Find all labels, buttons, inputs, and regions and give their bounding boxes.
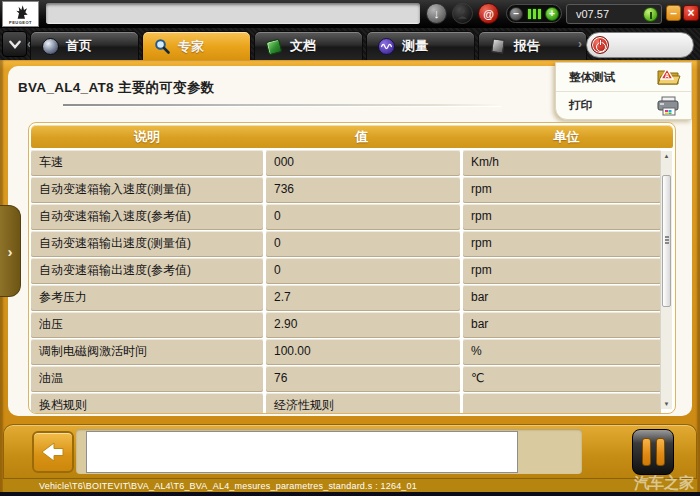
cell-unit: bar — [463, 285, 661, 311]
table-header-row: 说明 值 单位 — [31, 125, 673, 148]
command-bar — [3, 424, 697, 478]
header-unit: 单位 — [460, 125, 673, 148]
table-body: 车速000Km/h自动变速箱输入速度(测量值)736rpm自动变速箱输入速度(参… — [31, 150, 661, 413]
global-test-label: 整体测试 — [569, 70, 615, 85]
topbar-display-panel — [46, 3, 420, 24]
status-bar: Vehicle\T6\BOITEVIT\BVA_AL4\T6_BVA_AL4_m… — [3, 478, 697, 492]
tab-strip: 首页 专家 文档 — [30, 31, 587, 61]
scroll-down-arrow-icon[interactable]: ▼ — [661, 399, 672, 409]
pause-bar — [656, 438, 665, 466]
volume-down-button[interactable]: – — [509, 7, 523, 21]
volume-level-bars — [523, 9, 545, 19]
print-button[interactable]: 打印 — [556, 91, 691, 119]
printer-icon — [655, 96, 681, 116]
chevron-right-icon: › — [8, 243, 13, 260]
cell-description: 自动变速箱输入速度(测量值) — [31, 177, 263, 203]
table-row[interactable]: 调制电磁阀激活时间100.00% — [31, 339, 661, 365]
global-test-button[interactable]: 整体测试 A — [556, 63, 691, 91]
close-glyph: × — [687, 7, 694, 19]
svg-text:A: A — [665, 71, 670, 78]
tab-label: 首页 — [66, 37, 92, 55]
cell-value: 0 — [266, 231, 460, 257]
volume-control[interactable]: – + — [506, 4, 562, 23]
cell-value: 000 — [266, 150, 460, 176]
table-row[interactable]: 油压2.90bar — [31, 312, 661, 338]
download-icon[interactable]: ↓ — [426, 3, 447, 24]
cell-value: 100.00 — [266, 339, 460, 365]
tab-home[interactable]: 首页 — [30, 31, 139, 60]
tab-documents[interactable]: 文档 — [254, 31, 363, 60]
cell-description: 参考压力 — [31, 285, 263, 311]
cell-value: 76 — [266, 366, 460, 392]
chevron-down-icon — [8, 38, 22, 50]
cell-description: 油压 — [31, 312, 263, 338]
cell-unit: rpm — [463, 258, 661, 284]
cell-description: 换档规则 — [31, 393, 263, 413]
content-panel: BVA_AL4_AT8 主要的可变参数 整体测试 A 打印 — [8, 66, 692, 416]
tab-label: 文档 — [290, 37, 316, 55]
at-glyph: @ — [483, 8, 494, 20]
cell-description: 自动变速箱输出速度(参考值) — [31, 258, 263, 284]
table-row[interactable]: 参考压力2.7bar — [31, 285, 661, 311]
home-icon — [42, 38, 59, 55]
scroll-up-arrow-icon[interactable]: ▲ — [661, 151, 672, 161]
table-scrollbar[interactable]: ▲ ▼ — [660, 151, 672, 409]
cell-value: 2.7 — [266, 285, 460, 311]
close-button[interactable]: × — [683, 5, 699, 21]
table-row[interactable]: 换档规则经济性规则 — [31, 393, 661, 413]
down-arrow-glyph: ↓ — [433, 6, 440, 21]
table-row[interactable]: 自动变速箱输出速度(测量值)0rpm — [31, 231, 661, 257]
bottom-edge — [0, 492, 700, 496]
cell-unit: ℃ — [463, 366, 661, 392]
cell-value: 0 — [266, 204, 460, 230]
table-row[interactable]: 油温76℃ — [31, 366, 661, 392]
header-value: 值 — [263, 125, 460, 148]
tab-label: 报告 — [514, 37, 540, 55]
cell-description: 调制电磁阀激活时间 — [31, 339, 263, 365]
scrollbar-thumb[interactable] — [662, 175, 671, 307]
nav-collapse-button[interactable] — [2, 31, 27, 57]
main-nav-bar: ‹ 首页 专家 文档 — [0, 28, 700, 60]
pause-bar — [642, 438, 651, 466]
cell-value: 经济性规则 — [266, 393, 460, 413]
tab-expert[interactable]: 专家 — [142, 31, 251, 61]
tab-report[interactable]: 报告 — [478, 31, 587, 60]
connection-status-icon[interactable] — [643, 7, 658, 22]
table-row[interactable]: 自动变速箱输入速度(测量值)736rpm — [31, 177, 661, 203]
report-page-icon — [490, 38, 507, 55]
test-folder-icon: A — [655, 68, 681, 87]
volume-up-button[interactable]: + — [545, 7, 559, 21]
table-row[interactable]: 自动变速箱输入速度(参考值)0rpm — [31, 204, 661, 230]
message-box[interactable] — [86, 431, 518, 473]
tab-label: 专家 — [178, 38, 204, 56]
title-underline — [63, 104, 501, 106]
document-cube-icon — [266, 38, 283, 55]
cell-description: 自动变速箱输出速度(测量值) — [31, 231, 263, 257]
page-title-text: 主要的可变参数 — [118, 80, 215, 95]
page-title: BVA_AL4_AT8 主要的可变参数 — [18, 79, 215, 97]
version-label: v07.57 — [567, 8, 643, 20]
minimize-glyph: – — [670, 7, 677, 19]
title-bar: PEUGEOT ↓ @ – + v07.57 – × — [0, 0, 700, 28]
table-row[interactable]: 车速000Km/h — [31, 150, 661, 176]
tab-measure[interactable]: 测量 — [366, 31, 475, 60]
email-at-icon[interactable]: @ — [478, 3, 499, 24]
user-icon[interactable] — [452, 3, 473, 24]
watermark: 汽车之家 — [634, 474, 694, 493]
version-box: v07.57 — [566, 4, 662, 24]
cell-value: 0 — [266, 258, 460, 284]
header-description: 说明 — [31, 125, 263, 148]
parameters-table: 说明 值 单位 车速000Km/h自动变速箱输入速度(测量值)736rpm自动变… — [28, 122, 676, 414]
content-frame: BVA_AL4_AT8 主要的可变参数 整体测试 A 打印 — [0, 60, 700, 496]
back-button[interactable] — [32, 431, 74, 473]
session-path: Vehicle\T6\BOITEVIT\BVA_AL4\T6_BVA_AL4_m… — [39, 481, 417, 491]
plus-glyph: + — [549, 9, 555, 19]
minimize-button[interactable]: – — [666, 5, 681, 21]
power-icon[interactable] — [591, 36, 609, 54]
cell-unit: rpm — [463, 204, 661, 230]
table-row[interactable]: 自动变速箱输出速度(参考值)0rpm — [31, 258, 661, 284]
side-drawer-handle[interactable]: › — [0, 205, 21, 297]
pause-button[interactable] — [632, 429, 674, 475]
peugeot-lion-icon — [13, 4, 29, 20]
session-power-pill[interactable] — [586, 32, 694, 58]
